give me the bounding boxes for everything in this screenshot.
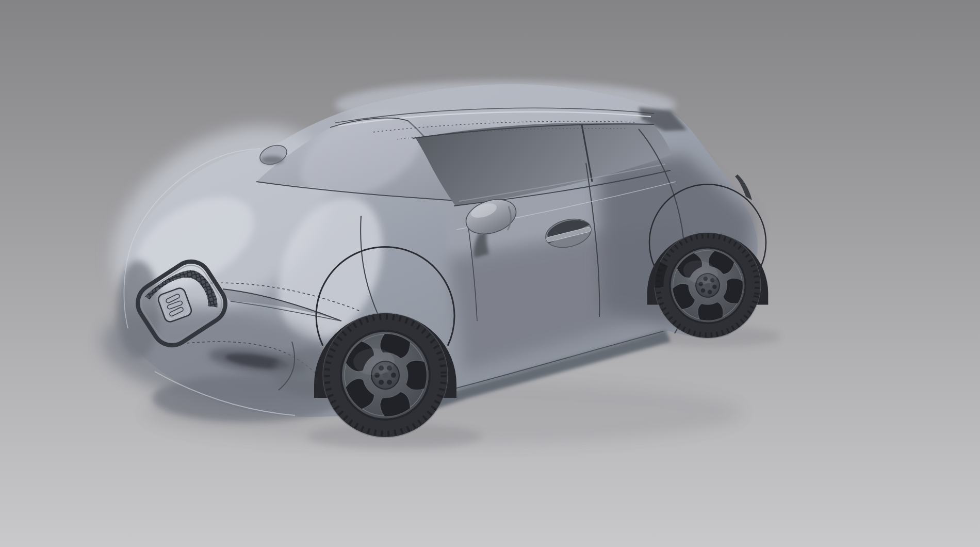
front-wheel [323, 313, 448, 438]
3d-viewport[interactable] [0, 0, 980, 547]
car-render-canvas [0, 0, 980, 547]
